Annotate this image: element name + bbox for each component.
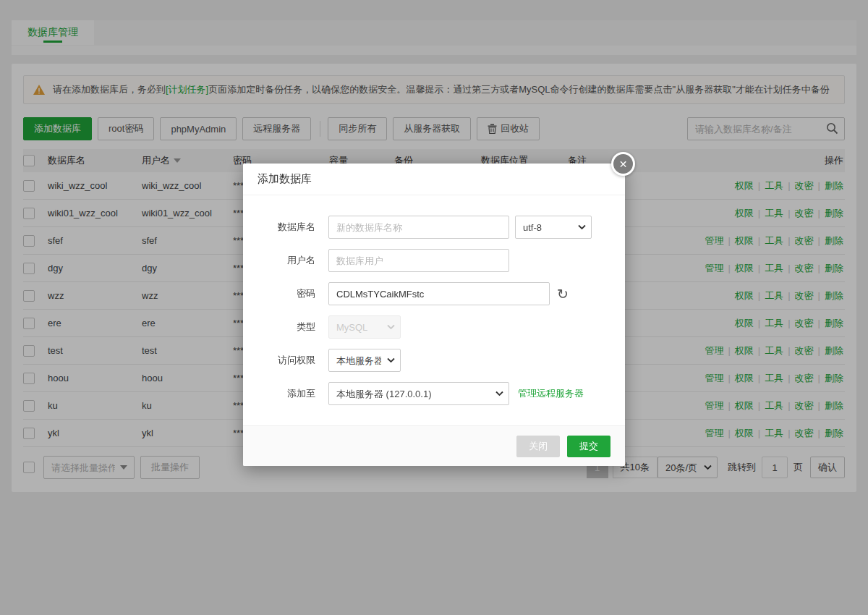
modal-submit-button[interactable]: 提交 (567, 436, 610, 457)
db-name-input[interactable] (328, 216, 509, 239)
add-to-select[interactable]: 本地服务器 (127.0.0.1) (328, 382, 509, 405)
access-select[interactable]: 本地服务器 (328, 349, 401, 372)
field-db-name: 数据库名 utf-8 (258, 216, 610, 239)
field-type: 类型 MySQL (258, 315, 610, 339)
db-password-input[interactable] (328, 282, 550, 305)
field-access: 访问权限 本地服务器 (258, 349, 610, 372)
type-label: 类型 (258, 321, 315, 334)
modal-footer: 关闭 提交 (243, 425, 625, 466)
charset-select[interactable]: utf-8 (515, 216, 592, 239)
modal-close-icon[interactable]: ✕ (611, 152, 635, 176)
modal-title: 添加数据库 (243, 164, 625, 195)
manage-remote-server-link[interactable]: 管理远程服务器 (518, 387, 584, 400)
db-name-label: 数据库名 (258, 221, 315, 234)
regenerate-password-icon[interactable]: ↻ (557, 287, 569, 301)
password-label: 密码 (258, 287, 315, 300)
field-username: 用户名 (258, 249, 610, 272)
charset-select-wrap: utf-8 (509, 216, 592, 239)
username-label: 用户名 (258, 254, 315, 267)
field-password: 密码 ↻ (258, 282, 610, 305)
access-select-wrap: 本地服务器 (328, 349, 401, 372)
field-add-to: 添加至 本地服务器 (127.0.0.1) 管理远程服务器 (258, 382, 610, 405)
add-to-label: 添加至 (258, 387, 315, 400)
access-label: 访问权限 (258, 354, 315, 367)
modal-body: 数据库名 utf-8 用户名 密码 ↻ 类型 My (243, 195, 625, 425)
db-type-select: MySQL (328, 315, 401, 339)
modal-close-button[interactable]: 关闭 (516, 436, 560, 457)
add-to-select-wrap: 本地服务器 (127.0.0.1) (328, 382, 509, 405)
type-select-wrap: MySQL (328, 315, 401, 339)
add-database-modal: ✕ 添加数据库 数据库名 utf-8 用户名 密码 ↻ 类型 (243, 164, 625, 466)
db-username-input[interactable] (328, 249, 509, 272)
